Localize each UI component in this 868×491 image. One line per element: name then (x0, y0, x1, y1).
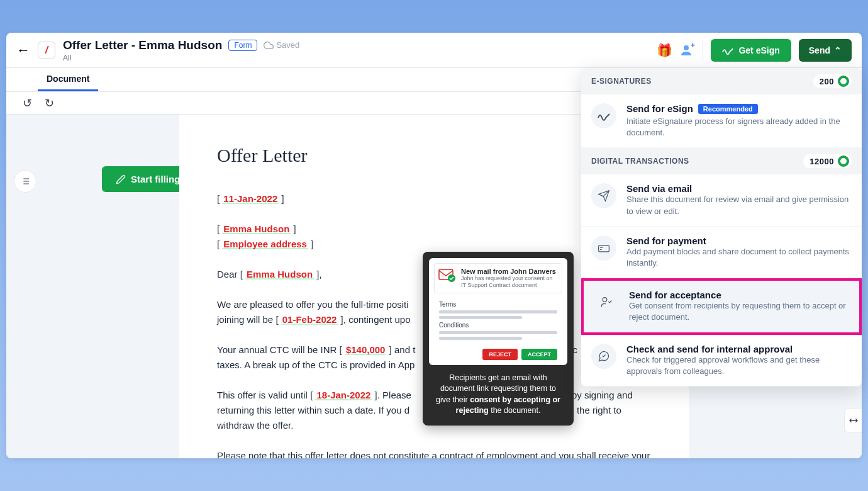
item-desc: Add payment blocks and share document to… (626, 246, 852, 269)
send-button[interactable]: Send ⌃ (799, 39, 852, 62)
svg-rect-10 (599, 246, 609, 252)
field-ctc[interactable]: $140,000 (345, 344, 387, 355)
message-check-icon (591, 344, 616, 369)
item-title: Check and send for internal approval (626, 344, 852, 354)
paper-plane-icon (591, 183, 616, 208)
para-note: Please note that this offer letter does … (217, 448, 651, 458)
outline-toggle-button[interactable] (14, 170, 36, 193)
field-join-date[interactable]: 01-Feb-2022 (281, 314, 338, 325)
mail-from-title: New mail from John Danvers (461, 268, 558, 275)
field-emp-name[interactable]: Emma Hudson (222, 223, 291, 234)
saved-status: Saved (264, 40, 299, 50)
tab-document[interactable]: Document (38, 68, 98, 91)
mini-accept-button: ACCEPT (521, 349, 557, 360)
mail-preview-header: New mail from John Danvers John has requ… (434, 263, 562, 293)
send-label: Send (809, 45, 830, 55)
swap-icon (849, 415, 859, 426)
mini-reject-button: REJECT (482, 349, 518, 360)
send-for-payment-item[interactable]: Send for payment Add payment blocks and … (581, 227, 862, 278)
breadcrumb[interactable]: All (63, 54, 649, 62)
digital-transactions-count: 12000 (803, 154, 852, 168)
esignatures-label: E-SIGNATURES (591, 77, 652, 86)
tooltip-description: Recipients get an email with document li… (429, 371, 567, 419)
item-title: Send via email (626, 183, 852, 194)
chevron-up-icon: ⌃ (834, 45, 842, 55)
internal-approval-item[interactable]: Check and send for internal approval Che… (581, 335, 862, 387)
saved-text: Saved (276, 40, 299, 50)
start-filling-label: Start filling (131, 174, 180, 184)
field-date[interactable]: 11-Jan-2022 (222, 193, 279, 204)
status-dot-icon (838, 76, 849, 87)
undo-icon[interactable]: ↺ (23, 96, 32, 110)
item-desc: Initiate eSignature process for signers … (626, 116, 852, 138)
send-dropdown: E-SIGNATURES 200 Send for eSign Recommen… (581, 68, 862, 387)
get-esign-label: Get eSign (738, 45, 779, 55)
title-block: Offer Letter - Emma Hudson Form Saved Al… (63, 38, 649, 62)
item-desc: Share this document for review via email… (626, 194, 852, 217)
mail-sub: John has requested your consent on IT Su… (461, 275, 558, 289)
user-check-icon (594, 290, 619, 315)
field-salutation-name[interactable]: Emma Hudson (245, 269, 314, 279)
send-via-email-item[interactable]: Send via email Share this document for r… (581, 174, 862, 226)
envelope-icon (438, 268, 456, 285)
top-actions: 🎁 + Get eSign Send ⌃ (657, 39, 852, 62)
item-desc: Check for triggered approval workflows a… (626, 354, 852, 377)
document-title: Offer Letter - Emma Hudson (63, 38, 222, 52)
terms-block: Terms Conditions (434, 298, 562, 345)
document-type-icon: / (38, 42, 55, 59)
send-for-esign-item[interactable]: Send for eSign Recommended Initiate eSig… (581, 94, 862, 148)
list-icon (20, 176, 30, 186)
digital-transactions-label: DIGITAL TRANSACTIONS (591, 157, 689, 166)
svg-point-13 (603, 298, 607, 302)
payment-icon (591, 235, 616, 261)
top-bar: ← / Offer Letter - Emma Hudson Form Save… (6, 33, 862, 68)
item-title: Send for eSign (626, 103, 693, 114)
acceptance-tooltip: New mail from John Danvers John has requ… (423, 252, 574, 426)
field-valid-date[interactable]: 18-Jan-2022 (315, 390, 372, 400)
signature-icon (722, 46, 733, 55)
terms-label: Terms (439, 301, 557, 308)
digital-transactions-header: DIGITAL TRANSACTIONS 12000 (581, 148, 862, 174)
tooltip-preview: New mail from John Danvers John has requ… (429, 258, 567, 365)
user-add-icon[interactable]: + (680, 43, 695, 58)
get-esign-button[interactable]: Get eSign (711, 39, 791, 62)
item-title: Send for payment (626, 235, 852, 246)
signature-icon (591, 103, 616, 128)
esignatures-count: 200 (813, 74, 852, 88)
send-for-acceptance-item[interactable]: Send for acceptance Get consent from rec… (581, 278, 862, 334)
divider (703, 40, 703, 60)
mini-buttons: REJECT ACCEPT (434, 349, 562, 360)
form-badge: Form (228, 40, 257, 51)
conditions-label: Conditions (439, 322, 557, 329)
svg-text:+: + (691, 43, 695, 50)
item-title: Send for acceptance (629, 290, 849, 300)
recommended-badge: Recommended (698, 104, 758, 114)
status-dot-icon (838, 155, 849, 167)
expand-sidebar-button[interactable] (844, 408, 862, 433)
redo-icon[interactable]: ↻ (45, 96, 54, 110)
cloud-icon (264, 40, 274, 50)
back-arrow-icon[interactable]: ← (16, 42, 30, 59)
pencil-icon (116, 174, 126, 184)
item-desc: Get consent from recipients by requestin… (629, 300, 849, 323)
esignatures-header: E-SIGNATURES 200 (581, 68, 862, 94)
field-emp-address[interactable]: Employee address (222, 239, 308, 249)
svg-point-0 (684, 45, 689, 50)
gift-icon[interactable]: 🎁 (657, 43, 672, 58)
